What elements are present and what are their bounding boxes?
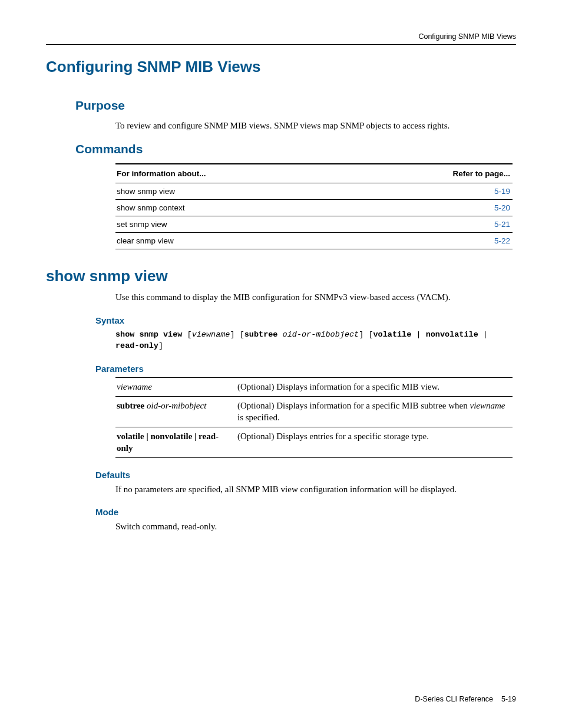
param-desc: (Optional) Displays entries for a specif…	[236, 427, 513, 458]
param-desc-text: (Optional) Displays information for a sp…	[237, 382, 439, 391]
purpose-heading: Purpose	[75, 98, 516, 113]
page-footer: D-Series CLI Reference 5-19	[415, 695, 516, 703]
parameters-table: viewname (Optional) Displays information…	[115, 377, 513, 459]
cmd-name: show snmp view	[115, 183, 356, 200]
commands-col2: Refer to page...	[356, 164, 513, 183]
syntax-heading: Syntax	[95, 315, 516, 325]
syntax-block: show snmp view [viewname] [subtree oid-o…	[115, 329, 516, 352]
param-key-ital: oid-or-mibobject	[147, 401, 206, 410]
page-link[interactable]: 5-21	[494, 220, 510, 229]
syntax-arg: oid-or-mibobject	[283, 330, 359, 339]
param-desc-text: (Optional) Displays information for a sp…	[237, 401, 470, 410]
purpose-text: To review and configure SNMP MIB views. …	[115, 120, 516, 131]
footer-page-number: 5-19	[501, 695, 516, 703]
table-row: clear snmp view 5-22	[115, 233, 513, 249]
page-link[interactable]: 5-19	[494, 187, 510, 196]
param-key: volatile | nonvolatile | read-only	[115, 427, 236, 458]
mode-text: Switch command, read-only.	[115, 521, 516, 532]
param-key-ital: viewname	[117, 382, 152, 391]
parameters-heading: Parameters	[95, 364, 516, 374]
command-desc: Use this command to display the MIB conf…	[115, 291, 516, 303]
param-key-bold: volatile | nonvolatile | read-only	[117, 431, 219, 453]
commands-table: For information about... Refer to page..…	[115, 163, 513, 249]
syntax-arg: viewname	[192, 330, 230, 339]
param-desc-text: (Optional) Displays entries for a specif…	[237, 431, 429, 441]
running-header: Configuring SNMP MIB Views	[46, 32, 516, 45]
syntax-kw: show snmp view	[115, 330, 182, 339]
syntax-kw: read-only	[115, 341, 158, 350]
syntax-kw: nonvolatile	[426, 330, 478, 339]
syntax-pipe: |	[478, 330, 488, 339]
syntax-bracket: ] [	[359, 330, 373, 339]
cmd-name: show snmp context	[115, 200, 356, 216]
commands-col1: For information about...	[115, 164, 356, 183]
syntax-pipe: |	[411, 330, 425, 339]
defaults-text: If no parameters are specified, all SNMP…	[115, 483, 516, 495]
cmd-name: clear snmp view	[115, 233, 356, 249]
page-link[interactable]: 5-22	[494, 236, 510, 245]
mode-heading: Mode	[95, 507, 516, 517]
param-key: viewname	[115, 377, 236, 397]
param-key: subtree oid-or-mibobject	[115, 397, 236, 427]
page-title: Configuring SNMP MIB Views	[46, 58, 516, 76]
cmd-name: set snmp view	[115, 216, 356, 233]
defaults-heading: Defaults	[95, 470, 516, 480]
commands-heading: Commands	[75, 142, 516, 156]
param-desc: (Optional) Displays information for a sp…	[236, 397, 513, 427]
table-row: volatile | nonvolatile | read-only (Opti…	[115, 427, 513, 458]
param-key-bold: subtree	[117, 401, 144, 410]
table-row: show snmp context 5-20	[115, 200, 513, 216]
page-content: Configuring SNMP MIB Views Configuring S…	[0, 0, 562, 533]
command-title: show snmp view	[46, 267, 516, 285]
syntax-bracket: ]	[158, 341, 163, 350]
syntax-sp	[277, 330, 282, 339]
syntax-kw: subtree	[244, 330, 278, 339]
param-desc-text: is specified.	[237, 413, 280, 422]
table-row: subtree oid-or-mibobject (Optional) Disp…	[115, 397, 513, 427]
page-link[interactable]: 5-20	[494, 203, 510, 212]
syntax-bracket: [	[182, 330, 191, 339]
table-row: set snmp view 5-21	[115, 216, 513, 233]
table-row: viewname (Optional) Displays information…	[115, 377, 513, 397]
syntax-bracket: ] [	[230, 330, 244, 339]
param-desc-ital: viewname	[470, 401, 505, 410]
syntax-kw: volatile	[373, 330, 412, 339]
footer-doc-title: D-Series CLI Reference	[415, 695, 493, 703]
table-row: show snmp view 5-19	[115, 183, 513, 200]
param-desc: (Optional) Displays information for a sp…	[236, 377, 513, 397]
